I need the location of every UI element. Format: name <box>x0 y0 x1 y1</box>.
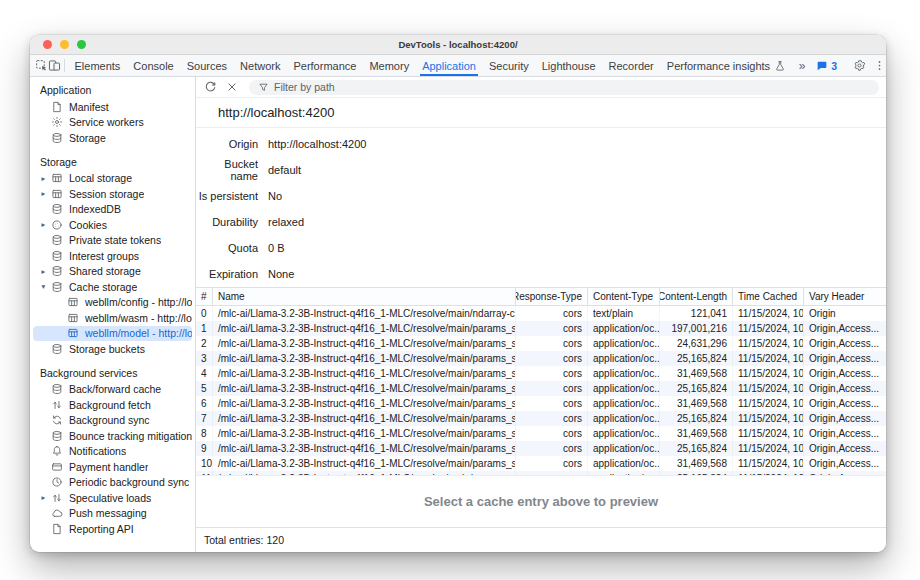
minimize-window-button[interactable] <box>60 40 69 49</box>
tab-network[interactable]: Network <box>234 55 287 76</box>
sidebar-item-storage[interactable]: Storage <box>33 130 192 146</box>
cache-entry-row[interactable]: 9/mlc-ai/Llama-3.2-3B-Instruct-q4f16_1-M… <box>196 441 886 456</box>
sidebar-item-local-storage[interactable]: ▸Local storage <box>33 171 192 187</box>
column-header-time-cached[interactable]: Time Cached <box>733 288 804 305</box>
application-sidebar: ApplicationManifestService workersStorag… <box>30 77 196 552</box>
cache-entry-row[interactable]: 2/mlc-ai/Llama-3.2-3B-Instruct-q4f16_1-M… <box>196 336 886 351</box>
column-header-index[interactable]: # <box>196 288 213 305</box>
cell-content-length: 31,469,568 <box>660 366 733 381</box>
cache-entry-row[interactable]: 5/mlc-ai/Llama-3.2-3B-Instruct-q4f16_1-M… <box>196 381 886 396</box>
sidebar-item-webllm-model-http-loc[interactable]: webllm/model - http://loc... <box>33 326 192 342</box>
expander-collapsed-icon[interactable]: ▸ <box>37 220 50 229</box>
tab-performance-insights[interactable]: Performance insights <box>660 55 792 76</box>
cell-name: /mlc-ai/Llama-3.2-3B-Instruct-q4f16_1-ML… <box>213 396 516 411</box>
issues-messages-button[interactable]: 3 <box>811 60 842 72</box>
field-row-origin: Originhttp://localhost:4200 <box>196 131 886 157</box>
sidebar-item-background-sync[interactable]: Background sync <box>33 413 192 429</box>
column-header-response-type[interactable]: Response-Type <box>516 288 588 305</box>
window-title: DevTools - localhost:4200/ <box>398 39 517 50</box>
sidebar-item-shared-storage[interactable]: ▸Shared storage <box>33 264 192 280</box>
sidebar-item-service-workers[interactable]: Service workers <box>33 115 192 131</box>
cell-content-type: application/oc... <box>588 396 660 411</box>
table-icon <box>66 326 80 340</box>
expander-expanded-icon[interactable]: ▾ <box>37 282 50 291</box>
column-header-vary-header[interactable]: Vary Header <box>804 288 886 305</box>
sidebar-item-private-state-tokens[interactable]: Private state tokens <box>33 233 192 249</box>
cache-entry-row[interactable]: 10/mlc-ai/Llama-3.2-3B-Instruct-q4f16_1-… <box>196 456 886 471</box>
sidebar-item-notifications[interactable]: Notifications <box>33 444 192 460</box>
inspect-element-icon[interactable] <box>35 55 48 76</box>
sidebar-item-speculative-loads[interactable]: ▸Speculative loads <box>33 490 192 506</box>
sidebar-item-background-fetch[interactable]: Background fetch <box>33 397 192 413</box>
cell-time-cached: 11/15/2024, 10... <box>733 321 804 336</box>
cell-vary-header: Origin,Access... <box>804 456 886 471</box>
sidebar-item-webllm-wasm-http-loca[interactable]: webllm/wasm - http://loca... <box>33 310 192 326</box>
sidebar-item-label: Speculative loads <box>69 492 151 504</box>
sidebar-item-periodic-background-sync[interactable]: Periodic background sync <box>33 475 192 491</box>
cache-entry-row[interactable]: 0/mlc-ai/Llama-3.2-3B-Instruct-q4f16_1-M… <box>196 306 886 321</box>
devtools-window: DevTools - localhost:4200/ ElementsConso… <box>30 35 886 552</box>
cell-name: /mlc-ai/Llama-3.2-3B-Instruct-q4f16_1-ML… <box>213 381 516 396</box>
cache-entry-row[interactable]: 4/mlc-ai/Llama-3.2-3B-Instruct-q4f16_1-M… <box>196 366 886 381</box>
toggle-device-toolbar-icon[interactable] <box>48 55 61 76</box>
sidebar-item-interest-groups[interactable]: Interest groups <box>33 248 192 264</box>
sidebar-item-label: Shared storage <box>69 265 141 277</box>
cloud-icon <box>50 506 64 520</box>
close-window-button[interactable] <box>43 40 52 49</box>
sidebar-item-payment-handler[interactable]: Payment handler <box>33 459 192 475</box>
tab-application[interactable]: Application <box>416 55 483 76</box>
sidebar-item-cache-storage[interactable]: ▾Cache storage <box>33 279 192 295</box>
expander-collapsed-icon[interactable]: ▸ <box>37 493 50 502</box>
cell-vary-header: Origin,Access... <box>804 321 886 336</box>
sidebar-item-manifest[interactable]: Manifest <box>33 99 192 115</box>
tab-recorder[interactable]: Recorder <box>602 55 660 76</box>
sidebar-item-label: Session storage <box>69 188 144 200</box>
kebab-menu-icon[interactable] <box>869 59 886 72</box>
expander-collapsed-icon[interactable]: ▸ <box>37 174 50 183</box>
tab-performance[interactable]: Performance <box>287 55 363 76</box>
cell-content-length: 197,001,216 <box>660 321 733 336</box>
sidebar-item-push-messaging[interactable]: Push messaging <box>33 506 192 522</box>
field-row-is-persistent: Is persistentNo <box>196 183 886 209</box>
more-tabs-button[interactable]: » <box>793 59 812 73</box>
database-icon <box>50 264 64 278</box>
cache-entry-row[interactable]: 8/mlc-ai/Llama-3.2-3B-Instruct-q4f16_1-M… <box>196 426 886 441</box>
sidebar-item-indexeddb[interactable]: IndexedDB <box>33 202 192 218</box>
table-icon <box>50 187 64 201</box>
sidebar-item-cookies[interactable]: ▸Cookies <box>33 217 192 233</box>
cell-content-length: 31,469,568 <box>660 396 733 411</box>
sidebar-item-back-forward-cache[interactable]: Back/forward cache <box>33 382 192 398</box>
tab-security[interactable]: Security <box>482 55 535 76</box>
sidebar-item-reporting-api[interactable]: Reporting API <box>33 521 192 537</box>
settings-gear-icon[interactable] <box>849 59 869 72</box>
column-header-content-length[interactable]: Content-Length <box>660 288 733 305</box>
tab-elements[interactable]: Elements <box>68 55 127 76</box>
cell-index: 8 <box>196 426 213 441</box>
filter-by-path-input[interactable] <box>274 81 870 93</box>
sidebar-item-bounce-tracking-mitigations[interactable]: Bounce tracking mitigations <box>33 428 192 444</box>
cell-content-type: application/oc... <box>588 411 660 426</box>
sidebar-item-storage-buckets[interactable]: Storage buckets <box>33 341 192 357</box>
expander-collapsed-icon[interactable]: ▸ <box>37 189 50 198</box>
cache-entry-row[interactable]: 6/mlc-ai/Llama-3.2-3B-Instruct-q4f16_1-M… <box>196 396 886 411</box>
sidebar-item-label: Cache storage <box>69 281 137 293</box>
sidebar-item-session-storage[interactable]: ▸Session storage <box>33 186 192 202</box>
refresh-icon[interactable] <box>200 78 220 96</box>
tab-console[interactable]: Console <box>127 55 180 76</box>
cache-entry-row[interactable]: 7/mlc-ai/Llama-3.2-3B-Instruct-q4f16_1-M… <box>196 411 886 426</box>
cell-vary-header: Origin,Access... <box>804 381 886 396</box>
tab-lighthouse[interactable]: Lighthouse <box>535 55 602 76</box>
expander-collapsed-icon[interactable]: ▸ <box>37 267 50 276</box>
cache-entry-row[interactable]: 3/mlc-ai/Llama-3.2-3B-Instruct-q4f16_1-M… <box>196 351 886 366</box>
service-worker-icon <box>50 115 64 129</box>
tab-memory[interactable]: Memory <box>363 55 416 76</box>
column-header-name[interactable]: Name <box>213 288 516 305</box>
delete-selected-icon[interactable] <box>222 78 242 96</box>
zoom-window-button[interactable] <box>77 40 86 49</box>
cell-vary-header: Origin,Access... <box>804 426 886 441</box>
cache-entry-row[interactable]: 1/mlc-ai/Llama-3.2-3B-Instruct-q4f16_1-M… <box>196 321 886 336</box>
cell-response-type: cors <box>516 441 588 456</box>
sidebar-item-webllm-config-http-loc[interactable]: webllm/config - http://loc... <box>33 295 192 311</box>
column-header-content-type[interactable]: Content-Type <box>588 288 660 305</box>
tab-sources[interactable]: Sources <box>180 55 233 76</box>
